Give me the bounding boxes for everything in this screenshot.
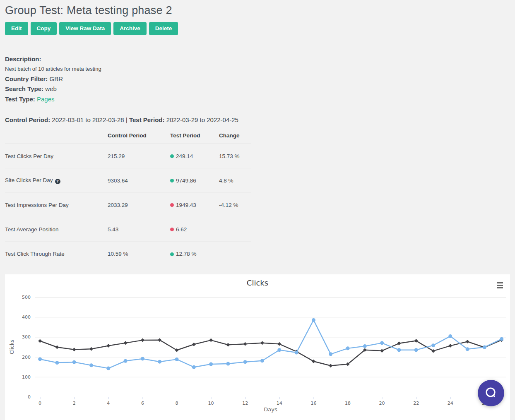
control-value: 10.59 %: [108, 251, 128, 257]
archive-button[interactable]: Archive: [113, 22, 147, 35]
table-row: Site Clicks Per Day? 9303.64 9749.86 4.8…: [5, 168, 251, 193]
status-dot-icon: [170, 228, 174, 231]
control-period-range: 2022-03-01 to 2022-03-28: [52, 116, 124, 123]
metric-name: Test Impressions Per Day: [5, 202, 69, 208]
edit-button[interactable]: Edit: [5, 22, 28, 35]
test-details: Description: Next batch of 10 articles f…: [5, 56, 510, 103]
svg-text:12: 12: [242, 401, 248, 406]
test-value: 1949.43: [176, 202, 196, 208]
description-label: Description:: [5, 55, 41, 62]
status-dot-icon: [170, 179, 174, 182]
svg-text:18: 18: [345, 401, 351, 406]
period-summary: Control Period: 2022-03-01 to 2022-03-28…: [5, 116, 510, 123]
test-type-link[interactable]: Pages: [37, 96, 55, 103]
test-value: 9749.86: [176, 178, 196, 184]
change-header: Change: [219, 132, 251, 144]
status-dot-icon: [170, 252, 174, 256]
test-type-label: Test Type:: [5, 96, 35, 103]
delete-button[interactable]: Delete: [149, 22, 178, 35]
metric-name: Site Clicks Per Day: [5, 177, 53, 183]
description-value: Next batch of 10 articles for meta testi…: [5, 66, 510, 72]
help-circle-icon[interactable]: ?: [55, 179, 60, 184]
status-dot-icon: [170, 203, 174, 207]
clicks-chart-svg: 010020030040050002468101214161820222426D…: [5, 274, 510, 420]
svg-text:16: 16: [310, 401, 316, 406]
svg-text:8: 8: [176, 401, 178, 406]
control-value: 2033.29: [108, 202, 128, 208]
change-value: -4.12 %: [219, 202, 238, 208]
svg-text:Days: Days: [264, 406, 277, 413]
svg-text:20: 20: [379, 401, 385, 406]
svg-text:22: 22: [413, 401, 419, 406]
metrics-table-body: Test Clicks Per Day 215.29 249.14 15.73 …: [5, 144, 251, 266]
svg-text:4: 4: [107, 401, 110, 406]
control-value: 215.29: [108, 153, 125, 159]
chat-bubble-icon: [484, 386, 498, 400]
metric-name: Test Average Position: [5, 226, 59, 233]
view-raw-data-button[interactable]: View Raw Data: [59, 22, 111, 35]
help-beacon-button[interactable]: [478, 380, 504, 406]
test-value: 12.78 %: [176, 251, 197, 257]
table-row: Test Click Through Rate 10.59 % 12.78 %: [5, 242, 251, 266]
metric-name: Test Clicks Per Day: [5, 153, 53, 159]
metric-name-header: [5, 132, 108, 144]
metrics-table-header-row: Control Period Test Period Change: [5, 132, 251, 144]
control-period-header: Control Period: [108, 132, 170, 144]
control-value: 9303.64: [108, 178, 128, 184]
svg-text:2: 2: [73, 401, 76, 406]
table-row: Test Average Position 5.43 6.62: [5, 217, 251, 242]
test-period-label: Test Period:: [129, 116, 165, 123]
table-row: Test Clicks Per Day 215.29 249.14 15.73 …: [5, 144, 251, 168]
svg-text:14: 14: [277, 401, 282, 406]
svg-text:24: 24: [448, 401, 453, 406]
main-content: Group Test: Meta testing phase 2 EditCop…: [0, 0, 515, 266]
change-value: 4.8 %: [219, 178, 233, 184]
metric-name: Test Click Through Rate: [5, 251, 65, 257]
metrics-table: Control Period Test Period Change Test C…: [5, 132, 251, 266]
svg-text:0: 0: [39, 401, 41, 406]
svg-text:6: 6: [141, 401, 144, 406]
svg-text:0: 0: [28, 394, 31, 400]
svg-text:10: 10: [208, 401, 214, 406]
svg-text:100: 100: [22, 374, 31, 380]
country-filter-value: GBR: [50, 75, 63, 82]
page-title: Group Test: Meta testing phase 2: [5, 4, 510, 17]
table-row: Test Impressions Per Day 2033.29 1949.43…: [5, 193, 251, 217]
test-value: 6.62: [176, 226, 187, 233]
svg-text:400: 400: [22, 314, 31, 320]
clicks-chart-card: Clicks 010020030040050002468101214161820…: [5, 274, 510, 420]
test-period-range: 2022-03-29 to 2022-04-25: [166, 116, 238, 123]
svg-text:500: 500: [22, 295, 31, 300]
svg-text:Clicks: Clicks: [9, 340, 15, 354]
status-dot-icon: [170, 154, 174, 158]
svg-text:200: 200: [22, 355, 31, 360]
toolbar: EditCopyView Raw DataArchiveDelete: [5, 22, 510, 35]
period-divider: |: [126, 116, 128, 123]
control-value: 5.43: [108, 226, 118, 233]
test-value: 249.14: [176, 153, 193, 159]
search-type-label: Search Type:: [5, 85, 43, 92]
copy-button[interactable]: Copy: [31, 22, 57, 35]
svg-text:300: 300: [22, 334, 31, 340]
search-type-value: web: [45, 85, 57, 92]
change-value: 15.73 %: [219, 153, 240, 159]
test-period-header: Test Period: [170, 132, 219, 144]
country-filter-label: Country Filter:: [5, 75, 48, 82]
control-period-label: Control Period:: [5, 116, 50, 123]
